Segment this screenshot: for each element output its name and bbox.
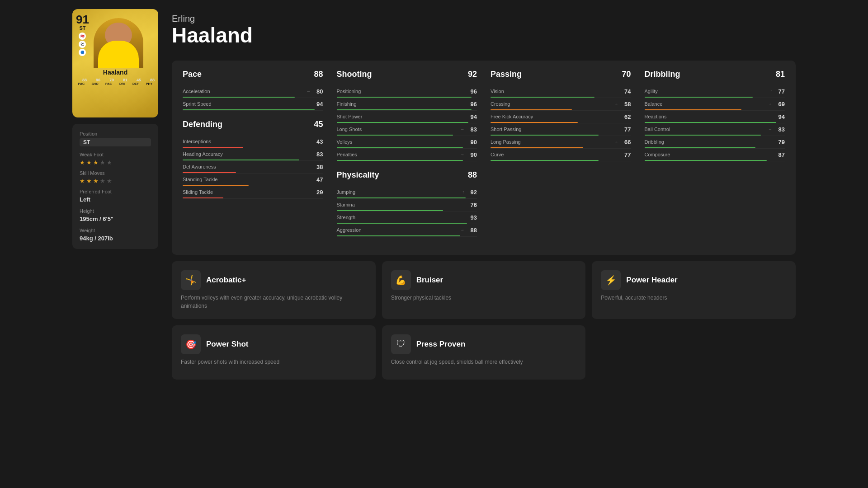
height-row: Height 195cm / 6'5": [80, 208, 151, 222]
club-badge-icon: 🔵: [79, 49, 86, 56]
category-name: Pace: [183, 70, 202, 79]
skill-moves-label: Skill Moves: [80, 170, 151, 176]
stat-name: Sprint Speed: [183, 101, 312, 107]
stat-name: Vision: [491, 89, 620, 94]
category-header-physicality: Physicality88: [337, 170, 477, 182]
category-name: Physicality: [337, 170, 379, 180]
stat-value: 58: [620, 101, 631, 108]
stat-bar: [645, 97, 753, 98]
stat-value: 69: [774, 101, 785, 108]
trait-name: Acrobatic+: [206, 276, 246, 285]
stat-arrow-icon: →: [768, 127, 772, 131]
trait-icon: 🤸: [181, 270, 201, 290]
category-value: 88: [314, 70, 323, 79]
stat-value: 47: [312, 176, 323, 183]
height-label: Height: [80, 208, 151, 214]
stat-value: 92: [466, 189, 477, 196]
category-name: Passing: [491, 70, 522, 79]
stat-bar: [645, 122, 777, 123]
trait-description: Stronger physical tackles: [391, 294, 577, 302]
stat-category-col-3: Dribbling81Agility↑77Balance→69Reactions…: [645, 70, 785, 246]
category-header-passing: Passing70: [491, 70, 631, 81]
card-stat-pas: 70PAS: [103, 78, 114, 85]
player-image-area: [89, 14, 148, 68]
traits-section: 🤸Acrobatic+Perform volleys with even gre…: [172, 261, 796, 380]
stat-arrow-icon: →: [614, 140, 618, 144]
stat-name: Volleys: [337, 139, 467, 145]
stat-row-finishing: Finishing96: [337, 98, 477, 111]
stat-row-penalties: Penalties→90: [337, 149, 477, 161]
player-info-panel: Position ST Weak Foot ★ ★ ★ ★ ★ Skill Mo…: [72, 124, 158, 249]
stat-row-volleys: Volleys90: [337, 136, 477, 149]
position-row: Position ST: [80, 131, 151, 146]
trait-description: Close control at jog speed, shields ball…: [391, 358, 577, 366]
stat-value: 94: [312, 101, 323, 108]
category-header-dribbling: Dribbling81: [645, 70, 785, 81]
stat-name: Shot Power: [337, 114, 467, 119]
card-position: ST: [79, 25, 85, 31]
stat-row-ball-control: Ball Control→83: [645, 123, 785, 136]
height-value: 195cm / 6'5": [80, 216, 151, 222]
skill-moves-row: Skill Moves ★ ★ ★ ★ ★: [80, 170, 151, 183]
trait-name: Power Shot: [206, 340, 249, 349]
stat-category-col-0: Pace88Acceleration→80Sprint Speed94Defen…: [183, 70, 323, 246]
stat-bar: [645, 109, 741, 110]
stat-name: Stamina: [337, 202, 467, 207]
category-value: 88: [468, 170, 477, 180]
stat-row-positioning: Positioning96: [337, 85, 477, 98]
trait-name: Power Header: [626, 276, 677, 285]
player-last-name: Haaland: [172, 24, 796, 47]
trait-icon: ⚡: [601, 270, 621, 290]
country-flag-icon: 🇳🇴: [79, 33, 86, 40]
trait-header: 💪Bruiser: [391, 270, 577, 290]
stat-value: 29: [312, 189, 323, 196]
trait-card-bruiser: 💪BruiserStronger physical tackles: [382, 261, 586, 319]
stat-name: Short Passing: [491, 127, 620, 132]
category-value: 81: [776, 70, 785, 79]
stat-row-crossing: Crossing→58: [491, 98, 631, 111]
player-silhouette: [94, 18, 143, 68]
trait-header: ⚡Power Header: [601, 270, 787, 290]
stat-name: Crossing: [491, 101, 614, 107]
stat-value: 90: [466, 151, 477, 158]
stat-arrow-icon: →: [460, 127, 464, 131]
stat-value: 96: [466, 101, 477, 108]
stat-bar: [491, 147, 583, 148]
stat-name: Composure: [645, 152, 774, 157]
stat-row-stamina: Stamina76: [337, 199, 477, 211]
stat-bar: [337, 197, 466, 198]
stat-row-sprint-speed: Sprint Speed94: [183, 98, 323, 111]
stat-name: Jumping: [337, 189, 462, 195]
category-name: Dribbling: [645, 70, 680, 79]
stat-name: Dribbling: [645, 139, 774, 145]
stat-value: 77: [620, 126, 631, 133]
stat-bar: [491, 122, 578, 123]
category-value: 45: [314, 120, 323, 129]
player-name-header: Erling Haaland: [172, 9, 796, 54]
left-column: 91 ST 🇳🇴 ⚽ 🔵 Haaland: [72, 9, 163, 380]
stat-category-col-2: Passing70Vision74Crossing→58Free Kick Ac…: [491, 70, 631, 246]
position-label: Position: [80, 131, 151, 136]
stat-name: Reactions: [645, 114, 774, 119]
stat-row-acceleration: Acceleration→80: [183, 85, 323, 98]
stat-arrow-icon: →: [460, 152, 464, 157]
stat-bar: [645, 160, 767, 161]
stat-bar: [337, 109, 472, 110]
card-player-name: Haaland: [103, 69, 127, 76]
stat-value: 62: [620, 113, 631, 120]
stat-row-shot-power: Shot Power94: [337, 111, 477, 123]
stat-name: Balance: [645, 101, 769, 107]
card-stat-def: 45DEF: [130, 78, 141, 85]
card-stat-pac: 88PAC: [76, 78, 87, 85]
stat-row-standing-tackle: Standing Tackle47: [183, 174, 323, 186]
stat-arrow-icon: →: [460, 228, 464, 232]
preferred-foot-row: Preferred Foot Left: [80, 189, 151, 203]
right-section: Erling Haaland Pace88Acceleration→80Spri…: [172, 9, 796, 380]
stat-bar: [183, 185, 249, 186]
stat-name: Sliding Tackle: [183, 189, 312, 195]
trait-header: 🛡Press Proven: [391, 334, 577, 354]
trait-card-power-header: ⚡Power HeaderPowerful, accurate headers: [592, 261, 796, 319]
stat-name: Strength: [337, 215, 467, 220]
stat-bar: [337, 160, 463, 161]
stat-value: 80: [312, 88, 323, 95]
